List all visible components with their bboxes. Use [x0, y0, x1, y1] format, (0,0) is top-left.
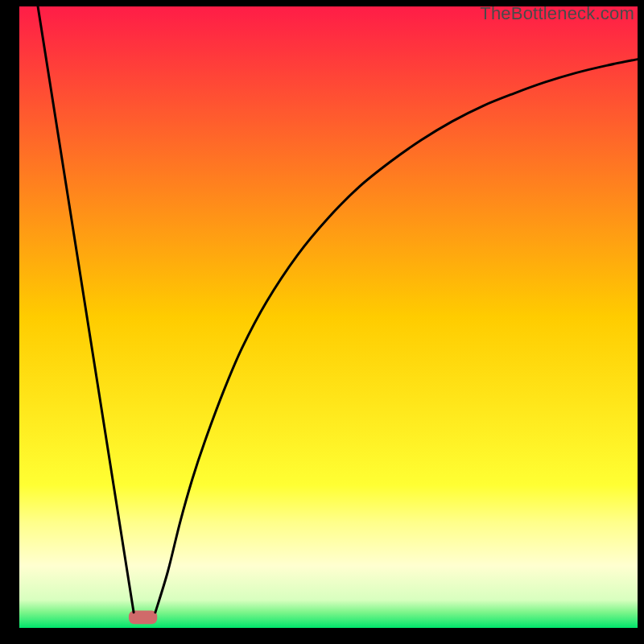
chart-container: TheBottleneck.com	[0, 0, 644, 644]
watermark-label: TheBottleneck.com	[480, 3, 634, 24]
plot-area	[19, 6, 638, 628]
bottleneck-chart	[0, 0, 644, 644]
